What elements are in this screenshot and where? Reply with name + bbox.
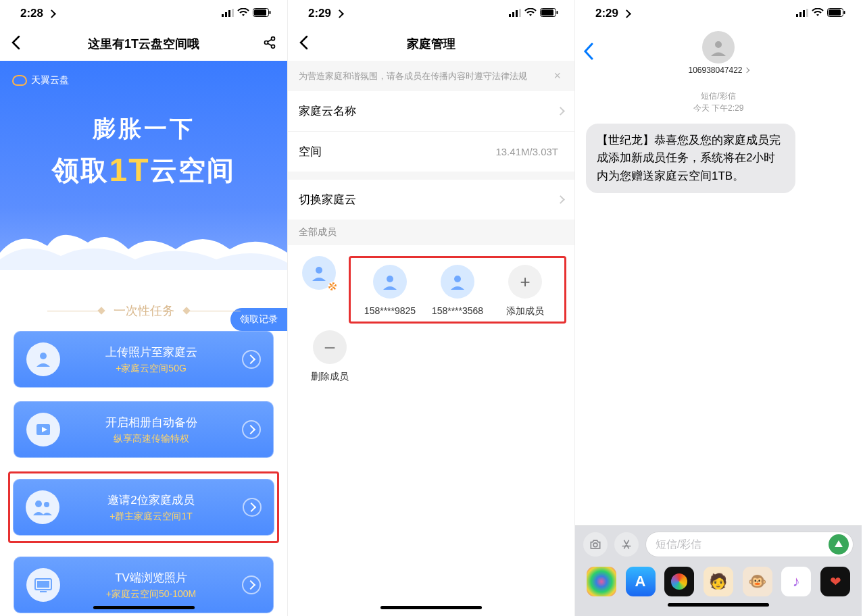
task-title: 开启相册自动备份 xyxy=(71,415,231,430)
task-title: 邀请2位家庭成员 xyxy=(70,492,232,508)
task-subtitle: +家庭云空间50G xyxy=(71,363,231,375)
svg-point-15 xyxy=(35,500,42,507)
hero-prefix: 领取 xyxy=(52,155,109,185)
member-item[interactable]: 158****3568 xyxy=(424,265,491,317)
family-members-icon xyxy=(26,490,59,524)
album-backup-icon xyxy=(26,413,60,446)
home-indicator[interactable] xyxy=(93,606,195,609)
plus-icon: + xyxy=(508,265,542,299)
cloud-icon xyxy=(12,75,27,86)
avatar-icon xyxy=(373,265,407,299)
svg-rect-26 xyxy=(557,11,558,14)
contact-number-button[interactable]: 106938047422 xyxy=(688,66,748,75)
receive-records-button[interactable]: 领取记录 xyxy=(230,308,287,331)
back-button[interactable] xyxy=(583,42,603,65)
close-notice-button[interactable]: × xyxy=(551,69,564,83)
back-button[interactable] xyxy=(11,34,31,53)
incoming-message-bubble[interactable]: 【世纪龙】恭喜您及您的家庭成员完成添加新成员任务，系统将在2小时内为您赠送家庭云… xyxy=(586,124,795,193)
row-space[interactable]: 空间 13.41M/3.03T xyxy=(288,132,574,172)
app-photos-icon[interactable] xyxy=(587,567,616,596)
app-animoji-icon[interactable] xyxy=(743,567,772,596)
subheader-all-members: 全部成员 xyxy=(288,220,574,245)
svg-rect-22 xyxy=(516,10,518,17)
task-invite-members[interactable]: 邀请2位家庭成员 +群主家庭云空间1T xyxy=(13,479,274,536)
screen-messages: 2:29 106938047422 短信/彩信 今天 下午2:29 【世纪龙 xyxy=(574,0,862,616)
member-owner[interactable] xyxy=(296,256,342,324)
location-arrow-icon xyxy=(621,7,630,20)
svg-rect-0 xyxy=(222,14,224,17)
member-item[interactable]: 158****9825 xyxy=(356,265,424,317)
svg-rect-36 xyxy=(844,11,845,14)
hero-logo: 天翼云盘 xyxy=(12,74,69,86)
svg-point-27 xyxy=(316,267,322,274)
app-store-shortcut-button[interactable] xyxy=(614,532,639,557)
message-input-area xyxy=(575,525,862,616)
remove-member-button[interactable]: − 删除成员 xyxy=(296,330,364,383)
upload-photo-icon xyxy=(26,342,60,376)
home-indicator[interactable] xyxy=(380,606,482,609)
row-label: 切换家庭云 xyxy=(299,192,356,207)
owner-badge-icon xyxy=(328,282,337,291)
task-subtitle: +群主家庭云空间1T xyxy=(70,511,232,523)
battery-icon xyxy=(827,7,845,20)
chevron-right-icon xyxy=(556,195,565,204)
share-button[interactable] xyxy=(256,36,276,52)
svg-rect-1 xyxy=(225,12,227,17)
highlighted-members-frame: 158****9825 158****3568 + 添加成员 xyxy=(349,256,566,324)
battery-icon xyxy=(540,7,558,20)
chevron-right-icon xyxy=(242,575,261,594)
send-button[interactable] xyxy=(829,534,849,555)
contact-avatar-icon[interactable] xyxy=(702,31,735,63)
home-indicator[interactable] xyxy=(668,603,769,607)
svg-point-8 xyxy=(272,37,275,41)
avatar-icon xyxy=(441,265,474,299)
notice-text: 为营造家庭和谐氛围，请各成员在传播内容时遵守法律法规 xyxy=(299,70,527,82)
app-appstore-icon[interactable] xyxy=(626,567,656,596)
row-label: 家庭云名称 xyxy=(299,103,356,119)
svg-point-28 xyxy=(387,276,393,282)
battery-icon xyxy=(253,7,271,20)
task-list-area: 领取记录 一次性任务 上传照片至家庭云 +家庭云空间50G 开启相册自动备份 纵… xyxy=(0,303,287,616)
nav-header: 家庭管理 xyxy=(288,27,574,61)
row-switch-family-cloud[interactable]: 切换家庭云 xyxy=(288,180,574,220)
chevron-right-icon xyxy=(242,420,261,439)
svg-rect-5 xyxy=(254,9,266,16)
page-title: 这里有1T云盘空间哦 xyxy=(31,36,256,52)
svg-point-16 xyxy=(44,502,49,507)
svg-point-7 xyxy=(265,41,268,45)
svg-rect-31 xyxy=(799,12,802,17)
hero-logo-text: 天翼云盘 xyxy=(31,74,69,86)
app-drawer xyxy=(575,563,862,598)
svg-point-29 xyxy=(454,276,461,282)
app-music-icon[interactable] xyxy=(781,567,811,596)
meta-time: 今天 下午2:29 xyxy=(575,102,862,114)
app-heart-icon[interactable] xyxy=(820,567,850,596)
tv-icon xyxy=(26,568,60,602)
app-rainbow-icon[interactable] xyxy=(664,567,694,596)
hero-headline-2: 领取1T云空间 xyxy=(0,151,287,189)
hero-1t: 1T xyxy=(109,152,149,188)
add-member-button[interactable]: + 添加成员 xyxy=(491,265,559,317)
svg-rect-3 xyxy=(232,9,234,17)
svg-point-38 xyxy=(593,543,597,547)
camera-button[interactable] xyxy=(583,532,608,557)
task-upload-photo[interactable]: 上传照片至家庭云 +家庭云空间50G xyxy=(14,331,274,388)
message-input[interactable] xyxy=(656,538,829,550)
svg-point-9 xyxy=(272,45,275,48)
task-auto-backup[interactable]: 开启相册自动备份 纵享高速传输特权 xyxy=(14,401,274,458)
row-family-cloud-name[interactable]: 家庭云名称 xyxy=(288,91,574,132)
app-memoji-icon[interactable] xyxy=(704,567,733,596)
signal-icon xyxy=(796,7,808,20)
status-time: 2:29 xyxy=(595,7,618,20)
space-usage-value: 13.41M/3.03T xyxy=(495,146,558,157)
signal-icon xyxy=(509,7,521,20)
svg-point-37 xyxy=(715,41,722,48)
back-button[interactable] xyxy=(299,34,319,53)
location-arrow-icon xyxy=(46,7,55,20)
wifi-icon xyxy=(237,7,249,20)
message-input-wrap xyxy=(645,532,854,557)
task-tv-browse[interactable]: TV端浏览照片 +家庭云空间50-100M xyxy=(14,557,274,613)
status-bar: 2:28 xyxy=(0,0,287,27)
page-title: 家庭管理 xyxy=(319,36,543,52)
svg-rect-32 xyxy=(803,10,805,17)
